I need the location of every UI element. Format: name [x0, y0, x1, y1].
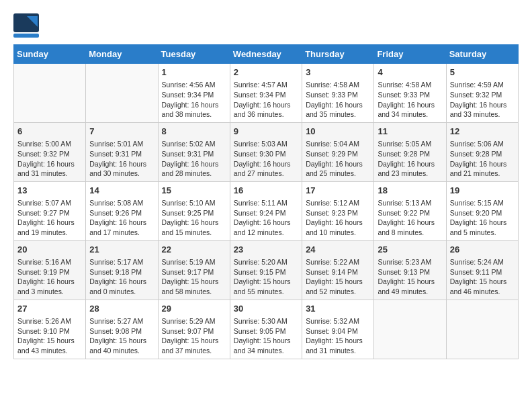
day-info: Sunset: 9:24 PM [234, 208, 298, 218]
day-info: Sunrise: 5:04 AM [306, 139, 370, 149]
logo [13, 13, 43, 38]
day-info: Sunset: 9:04 PM [306, 326, 370, 336]
day-info: Sunrise: 5:10 AM [162, 198, 226, 208]
calendar-cell: 17Sunrise: 5:12 AMSunset: 9:23 PMDayligh… [302, 181, 374, 240]
day-info: Sunset: 9:28 PM [378, 149, 442, 159]
day-info: Daylight: 16 hours and 33 minutes. [450, 100, 515, 120]
day-info: Sunset: 9:22 PM [378, 208, 442, 218]
day-number: 31 [306, 303, 370, 315]
calendar-cell [86, 64, 158, 123]
day-number: 6 [17, 126, 82, 138]
calendar-cell: 31Sunrise: 5:32 AMSunset: 9:04 PMDayligh… [302, 300, 374, 359]
calendar-cell: 23Sunrise: 5:20 AMSunset: 9:15 PMDayligh… [230, 240, 302, 300]
day-number: 24 [306, 244, 370, 256]
calendar-cell: 19Sunrise: 5:15 AMSunset: 9:20 PMDayligh… [446, 181, 518, 240]
day-info: Sunset: 9:11 PM [450, 267, 515, 277]
calendar-week-row: 13Sunrise: 5:07 AMSunset: 9:27 PMDayligh… [14, 181, 519, 240]
day-number: 26 [450, 244, 515, 256]
calendar-cell: 26Sunrise: 5:24 AMSunset: 9:11 PMDayligh… [446, 240, 518, 300]
day-number: 22 [162, 244, 226, 256]
day-info: Sunset: 9:17 PM [162, 267, 226, 277]
calendar-cell: 13Sunrise: 5:07 AMSunset: 9:27 PMDayligh… [14, 181, 86, 240]
calendar-cell: 5Sunrise: 4:59 AMSunset: 9:32 PMDaylight… [446, 64, 518, 123]
weekday-header: Tuesday [158, 45, 230, 64]
day-info: Sunrise: 5:23 AM [378, 257, 442, 267]
day-info: Daylight: 15 hours and 49 minutes. [378, 277, 442, 296]
day-info: Sunset: 9:34 PM [162, 90, 226, 100]
day-info: Sunset: 9:32 PM [17, 149, 82, 159]
day-info: Sunrise: 5:32 AM [306, 316, 370, 326]
calendar-cell: 14Sunrise: 5:08 AMSunset: 9:26 PMDayligh… [86, 181, 158, 240]
calendar-cell: 16Sunrise: 5:11 AMSunset: 9:24 PMDayligh… [230, 181, 302, 240]
day-info: Sunset: 9:27 PM [17, 208, 82, 218]
day-info: Daylight: 16 hours and 3 minutes. [17, 277, 82, 296]
day-number: 11 [378, 126, 442, 138]
day-number: 10 [306, 126, 370, 138]
day-info: Sunset: 9:31 PM [162, 149, 226, 159]
calendar-cell: 12Sunrise: 5:06 AMSunset: 9:28 PMDayligh… [446, 122, 518, 181]
calendar-cell [14, 64, 86, 123]
day-info: Sunset: 9:19 PM [17, 267, 82, 277]
day-info: Sunrise: 5:16 AM [17, 257, 82, 267]
day-info: Sunrise: 4:56 AM [162, 80, 226, 90]
calendar-cell: 4Sunrise: 4:58 AMSunset: 9:33 PMDaylight… [374, 64, 446, 123]
day-info: Sunrise: 5:30 AM [234, 316, 298, 326]
day-info: Daylight: 15 hours and 40 minutes. [89, 336, 154, 355]
day-info: Sunset: 9:18 PM [89, 267, 154, 277]
calendar-cell: 3Sunrise: 4:58 AMSunset: 9:33 PMDaylight… [302, 64, 374, 123]
day-info: Sunrise: 5:27 AM [89, 316, 154, 326]
calendar-week-row: 6Sunrise: 5:00 AMSunset: 9:32 PMDaylight… [14, 122, 519, 181]
day-info: Daylight: 16 hours and 28 minutes. [162, 159, 226, 179]
weekday-header: Saturday [446, 45, 518, 64]
day-number: 23 [234, 244, 298, 256]
day-info: Daylight: 16 hours and 0 minutes. [89, 277, 154, 296]
day-info: Sunset: 9:30 PM [234, 149, 298, 159]
day-info: Daylight: 16 hours and 23 minutes. [378, 159, 442, 179]
day-info: Daylight: 16 hours and 27 minutes. [234, 159, 298, 179]
day-info: Sunrise: 4:58 AM [378, 80, 442, 90]
day-number: 25 [378, 244, 442, 256]
calendar-cell: 22Sunrise: 5:19 AMSunset: 9:17 PMDayligh… [158, 240, 230, 300]
day-info: Sunrise: 5:17 AM [89, 257, 154, 267]
weekday-header: Monday [86, 45, 158, 64]
day-info: Daylight: 16 hours and 8 minutes. [378, 218, 442, 237]
calendar-week-row: 1Sunrise: 4:56 AMSunset: 9:34 PMDaylight… [14, 64, 519, 123]
day-info: Sunrise: 5:24 AM [450, 257, 515, 267]
day-info: Sunrise: 5:26 AM [17, 316, 82, 326]
calendar-cell: 20Sunrise: 5:16 AMSunset: 9:19 PMDayligh… [14, 240, 86, 300]
day-info: Daylight: 16 hours and 38 minutes. [162, 100, 226, 120]
day-info: Daylight: 16 hours and 21 minutes. [450, 159, 515, 179]
day-info: Sunset: 9:08 PM [89, 326, 154, 336]
day-info: Sunset: 9:33 PM [378, 90, 442, 100]
day-info: Daylight: 16 hours and 35 minutes. [306, 100, 370, 120]
day-info: Sunrise: 5:07 AM [17, 198, 82, 208]
day-info: Sunrise: 5:13 AM [378, 198, 442, 208]
day-info: Sunset: 9:29 PM [306, 149, 370, 159]
calendar-cell: 28Sunrise: 5:27 AMSunset: 9:08 PMDayligh… [86, 300, 158, 359]
calendar-cell: 21Sunrise: 5:17 AMSunset: 9:18 PMDayligh… [86, 240, 158, 300]
calendar-cell: 30Sunrise: 5:30 AMSunset: 9:05 PMDayligh… [230, 300, 302, 359]
day-info: Daylight: 16 hours and 5 minutes. [450, 218, 515, 237]
calendar-cell: 9Sunrise: 5:03 AMSunset: 9:30 PMDaylight… [230, 122, 302, 181]
day-number: 18 [378, 185, 442, 197]
day-info: Daylight: 16 hours and 31 minutes. [17, 159, 82, 179]
day-number: 30 [234, 303, 298, 315]
day-info: Sunset: 9:10 PM [17, 326, 82, 336]
day-number: 13 [17, 185, 82, 197]
day-info: Daylight: 16 hours and 30 minutes. [89, 159, 154, 179]
calendar-table: SundayMondayTuesdayWednesdayThursdayFrid… [13, 44, 519, 359]
day-info: Sunrise: 4:58 AM [306, 80, 370, 90]
day-info: Sunset: 9:23 PM [306, 208, 370, 218]
day-info: Sunset: 9:34 PM [234, 90, 298, 100]
calendar-cell: 6Sunrise: 5:00 AMSunset: 9:32 PMDaylight… [14, 122, 86, 181]
day-info: Sunset: 9:33 PM [306, 90, 370, 100]
calendar-body: 1Sunrise: 4:56 AMSunset: 9:34 PMDaylight… [14, 64, 519, 359]
calendar-cell: 2Sunrise: 4:57 AMSunset: 9:34 PMDaylight… [230, 64, 302, 123]
day-info: Sunrise: 5:03 AM [234, 139, 298, 149]
day-info: Daylight: 15 hours and 55 minutes. [234, 277, 298, 296]
calendar-cell: 25Sunrise: 5:23 AMSunset: 9:13 PMDayligh… [374, 240, 446, 300]
calendar-cell: 8Sunrise: 5:02 AMSunset: 9:31 PMDaylight… [158, 122, 230, 181]
day-number: 1 [162, 66, 226, 79]
day-number: 2 [234, 66, 298, 79]
day-info: Daylight: 16 hours and 12 minutes. [234, 218, 298, 237]
